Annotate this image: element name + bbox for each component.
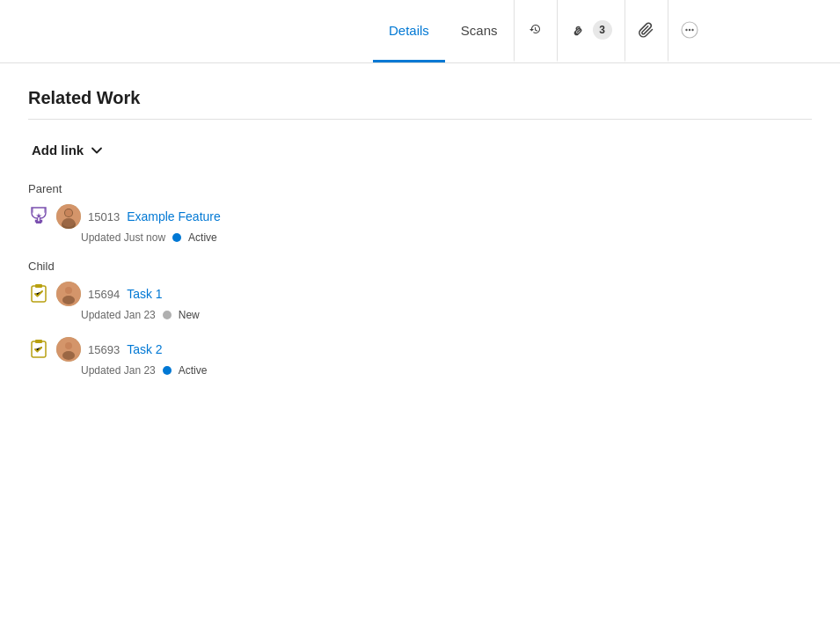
parent-item-avatar xyxy=(56,204,81,229)
parent-work-item: 15013 Example Feature Updated Just now A… xyxy=(28,204,812,244)
child-work-item-1: 15694 Task 1 Updated Jan 23 New xyxy=(28,282,812,321)
tab-scans[interactable]: Scans xyxy=(445,0,514,62)
child-item-2-updated: Updated Jan 23 xyxy=(81,364,156,377)
divider xyxy=(28,119,812,120)
paperclip-icon xyxy=(638,21,655,39)
tab-bar: Details Scans 3 xyxy=(0,0,840,63)
svg-point-3 xyxy=(691,29,693,31)
parent-item-title[interactable]: Example Feature xyxy=(127,209,221,223)
parent-item-status: Active xyxy=(188,231,217,244)
child-item-2-status-dot xyxy=(163,366,172,375)
child-item-2-avatar xyxy=(56,337,81,362)
child-item-1-title[interactable]: Task 1 xyxy=(127,287,162,301)
child-item-1-updated: Updated Jan 23 xyxy=(81,309,156,321)
svg-rect-10 xyxy=(35,284,42,288)
link-icon xyxy=(570,21,588,39)
feature-type-icon xyxy=(28,206,49,227)
more-icon xyxy=(681,21,698,39)
attachment-icon-button[interactable] xyxy=(625,0,668,62)
tab-details[interactable]: Details xyxy=(373,0,445,62)
child-item-2-status: Active xyxy=(179,364,208,377)
svg-point-13 xyxy=(62,296,75,304)
child-item-1-status-dot xyxy=(163,311,172,319)
link-count-badge: 3 xyxy=(593,20,612,40)
history-icon-button[interactable] xyxy=(514,0,557,62)
svg-point-1 xyxy=(685,29,687,31)
history-icon xyxy=(527,21,544,39)
child-item-1-id: 15694 xyxy=(88,288,120,301)
svg-point-8 xyxy=(62,218,75,227)
task-type-icon-1 xyxy=(28,283,49,304)
child-item-1-avatar xyxy=(56,282,81,306)
svg-point-2 xyxy=(688,29,690,31)
parent-item-status-dot xyxy=(172,233,181,242)
add-link-button[interactable]: Add link xyxy=(28,137,106,163)
child-item-2-id: 15693 xyxy=(88,343,120,356)
child-item-1-status: New xyxy=(179,309,200,321)
child-item-2-title[interactable]: Task 2 xyxy=(127,342,162,356)
parent-item-id: 15013 xyxy=(88,210,120,223)
svg-point-17 xyxy=(65,342,72,349)
svg-rect-15 xyxy=(35,340,42,343)
section-title: Related Work xyxy=(28,88,812,108)
svg-point-18 xyxy=(62,351,75,360)
link-count-button[interactable]: 3 xyxy=(557,0,625,62)
parent-item-updated: Updated Just now xyxy=(81,231,165,244)
child-label: Child xyxy=(28,260,812,273)
main-content: Related Work Add link Parent xyxy=(0,63,840,410)
parent-label: Parent xyxy=(28,182,812,195)
svg-point-12 xyxy=(65,287,72,294)
chevron-down-icon xyxy=(91,144,103,157)
more-button[interactable] xyxy=(668,0,711,62)
task-type-icon-2 xyxy=(28,339,49,360)
child-work-item-2: 15693 Task 2 Updated Jan 23 Active xyxy=(28,337,812,377)
svg-point-7 xyxy=(65,209,72,216)
